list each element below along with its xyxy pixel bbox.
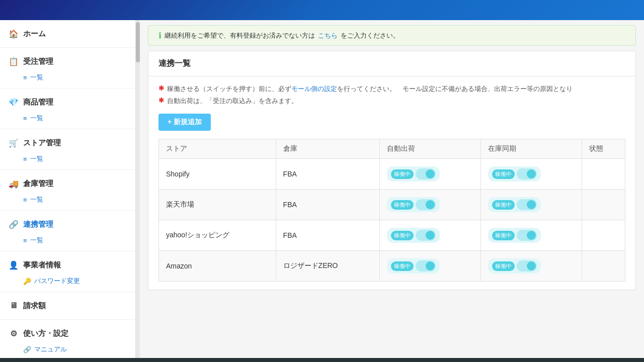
- stock-sync-switch-2[interactable]: [517, 230, 537, 241]
- cell-status-1: [582, 190, 625, 220]
- stock-sync-switch-3[interactable]: [517, 260, 537, 272]
- col-header-auto-ship: 自動出荷: [380, 139, 481, 159]
- sidebar-label-warehouse: 倉庫管理: [23, 179, 53, 189]
- warning-text-1: 稼働させる（スイッチを押す）前に、必ずモール側の設定を行ってください。 モール設…: [167, 84, 573, 94]
- stock-sync-toggle-2[interactable]: 稼働中: [488, 228, 541, 243]
- star-icon-1: ✱: [158, 84, 164, 92]
- sidebar-item-home[interactable]: 🏠 ホーム: [0, 24, 135, 43]
- mall-settings-link[interactable]: モール側の設定: [291, 85, 337, 93]
- sidebar-subitem-store-list[interactable]: ≡ 一覧: [0, 152, 135, 165]
- sidebar-item-integration[interactable]: 🔗 連携管理: [0, 215, 135, 234]
- cell-warehouse-3: ロジザードZERO: [276, 251, 380, 282]
- sidebar-subitem-warehouse-list[interactable]: ≡ 一覧: [0, 193, 135, 206]
- star-icon-2: ✱: [158, 97, 164, 104]
- warning-text-2: 自動出荷は、「受注の取込み」を含みます。: [167, 97, 298, 106]
- table-row: yahoo!ショッピングFBA 稼働中 稼働中: [159, 220, 625, 251]
- cell-stock-sync-1: 稼働中: [481, 190, 582, 220]
- manual-link-icon: 🔗: [23, 346, 31, 353]
- notice-info-icon: ℹ: [158, 31, 162, 40]
- col-header-status: 状態: [582, 139, 625, 159]
- sidebar-label-business-info: 事業者情報: [23, 260, 61, 270]
- sidebar-section-integration: 🔗 連携管理 ≡ 一覧: [0, 211, 135, 251]
- cell-warehouse-2: FBA: [276, 220, 380, 251]
- sidebar-subitem-password-change[interactable]: 🔑 パスワード変更: [0, 275, 135, 288]
- sidebar-item-settings[interactable]: ⚙ 使い方・設定: [0, 324, 135, 343]
- sidebar-label-home: ホーム: [23, 29, 46, 39]
- notice-bar: ℹ 継続利用をご希望で、有料登録がお済みでない方は こちら をご入力ください。: [148, 25, 636, 46]
- auto-ship-switch-0[interactable]: [416, 168, 436, 179]
- sidebar-sublabel-products: 一覧: [30, 114, 43, 123]
- sidebar-label-integration: 連携管理: [23, 220, 53, 229]
- table-row: ShopifyFBA 稼働中 稼働中: [159, 159, 625, 190]
- sidebar-label-billing: 請求額: [23, 301, 46, 311]
- stock-sync-label-1: 稼働中: [492, 200, 515, 210]
- sidebar-item-billing[interactable]: 🖥 請求額: [0, 296, 135, 315]
- sidebar-sublabel-warehouse: 一覧: [30, 195, 43, 204]
- sidebar-item-warehouse[interactable]: 🚚 倉庫管理: [0, 174, 135, 193]
- warehouse-icon: 🚚: [8, 178, 19, 189]
- cell-stock-sync-3: 稼働中: [481, 251, 582, 282]
- stock-sync-knob-0: [527, 169, 536, 178]
- auto-ship-toggle-2[interactable]: 稼働中: [387, 228, 440, 243]
- cell-store-2: yahoo!ショッピング: [159, 220, 276, 251]
- sidebar-section-business-info: 👤 事業者情報 🔑 パスワード変更: [0, 251, 135, 292]
- scrollbar-track[interactable]: [136, 20, 140, 358]
- sidebar-subitem-manual[interactable]: 🔗 マニュアル: [0, 343, 135, 356]
- sidebar-section-store: 🛒 ストア管理 ≡ 一覧: [0, 129, 135, 170]
- auto-ship-switch-2[interactable]: [416, 230, 436, 241]
- products-icon: 💎: [8, 97, 19, 108]
- page-title: 連携一覧: [158, 59, 191, 67]
- orders-icon: 📋: [8, 56, 19, 67]
- sidebar-subitem-products-list[interactable]: ≡ 一覧: [0, 112, 135, 125]
- stock-sync-knob-1: [527, 200, 536, 209]
- sidebar-sublabel-manual: マニュアル: [34, 345, 67, 354]
- notice-link[interactable]: こちら: [318, 31, 338, 40]
- cell-store-1: 楽天市場: [159, 190, 276, 220]
- sidebar-section-home: 🏠 ホーム: [0, 20, 135, 48]
- sidebar-item-orders[interactable]: 📋 受注管理: [0, 52, 135, 71]
- key-icon: 🔑: [23, 278, 31, 285]
- auto-ship-switch-3[interactable]: [416, 260, 436, 272]
- auto-ship-label-1: 稼働中: [391, 200, 414, 210]
- scrollbar-thumb[interactable]: [136, 22, 140, 62]
- auto-ship-toggle-3[interactable]: 稼働中: [387, 258, 440, 274]
- main-content: ℹ 継続利用をご希望で、有料登録がお済みでない方は こちら をご入力ください。 …: [140, 20, 644, 358]
- add-new-button[interactable]: + 新規追加: [158, 114, 211, 131]
- stock-sync-toggle-1[interactable]: 稼働中: [488, 197, 541, 212]
- integration-icon: 🔗: [8, 219, 19, 230]
- list-icon-products: ≡: [23, 115, 27, 122]
- cell-store-0: Shopify: [159, 159, 276, 190]
- sidebar-sublabel-integration: 一覧: [30, 236, 43, 245]
- sidebar-section-settings: ⚙ 使い方・設定 🔗 マニュアル 🔗 ご利用料金: [0, 320, 135, 358]
- billing-icon: 🖥: [8, 300, 19, 311]
- stock-sync-switch-0[interactable]: [517, 168, 537, 179]
- list-icon-warehouse: ≡: [23, 196, 27, 204]
- card-header: 連携一覧: [148, 51, 635, 76]
- sidebar-item-store[interactable]: 🛒 ストア管理: [0, 133, 135, 152]
- cell-status-3: [582, 251, 625, 282]
- auto-ship-toggle-0[interactable]: 稼働中: [387, 166, 440, 182]
- sidebar-item-products[interactable]: 💎 商品管理: [0, 93, 135, 112]
- stock-sync-toggle-0[interactable]: 稼働中: [488, 166, 541, 182]
- cell-auto-ship-1: 稼働中: [380, 190, 481, 220]
- list-icon-integration: ≡: [23, 237, 27, 244]
- auto-ship-toggle-1[interactable]: 稼働中: [387, 197, 440, 212]
- stock-sync-label-2: 稼働中: [492, 231, 515, 240]
- stock-sync-switch-1[interactable]: [517, 199, 537, 210]
- sidebar-subitem-orders-list[interactable]: ≡ 一覧: [0, 71, 135, 84]
- table-row: 楽天市場FBA 稼働中 稼働中: [159, 190, 625, 220]
- sidebar-label-products: 商品管理: [23, 98, 53, 107]
- sidebar-label-settings: 使い方・設定: [23, 329, 68, 338]
- sidebar-label-orders: 受注管理: [23, 57, 53, 66]
- stock-sync-knob-3: [527, 261, 536, 270]
- auto-ship-switch-1[interactable]: [416, 199, 436, 210]
- main-scroll-area: ℹ 継続利用をご希望で、有料登録がお済みでない方は こちら をご入力ください。 …: [136, 20, 644, 358]
- col-header-store: ストア: [159, 139, 276, 159]
- cell-warehouse-1: FBA: [276, 190, 380, 220]
- sidebar-subitem-integration-list[interactable]: ≡ 一覧: [0, 234, 135, 247]
- stock-sync-toggle-3[interactable]: 稼働中: [488, 258, 541, 274]
- sidebar-sublabel-password: パスワード変更: [34, 277, 80, 286]
- sidebar-item-business-info[interactable]: 👤 事業者情報: [0, 255, 135, 275]
- notice-row-2: ✱ 自動出荷は、「受注の取込み」を含みます。: [158, 97, 625, 106]
- sidebar-sublabel-store: 一覧: [30, 154, 43, 163]
